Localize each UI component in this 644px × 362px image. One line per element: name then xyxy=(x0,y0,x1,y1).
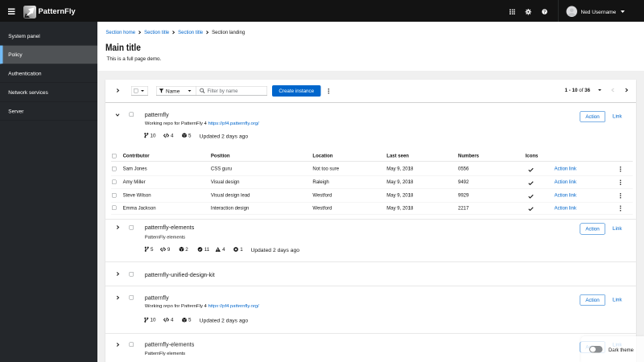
svg-text:?: ? xyxy=(543,9,546,14)
